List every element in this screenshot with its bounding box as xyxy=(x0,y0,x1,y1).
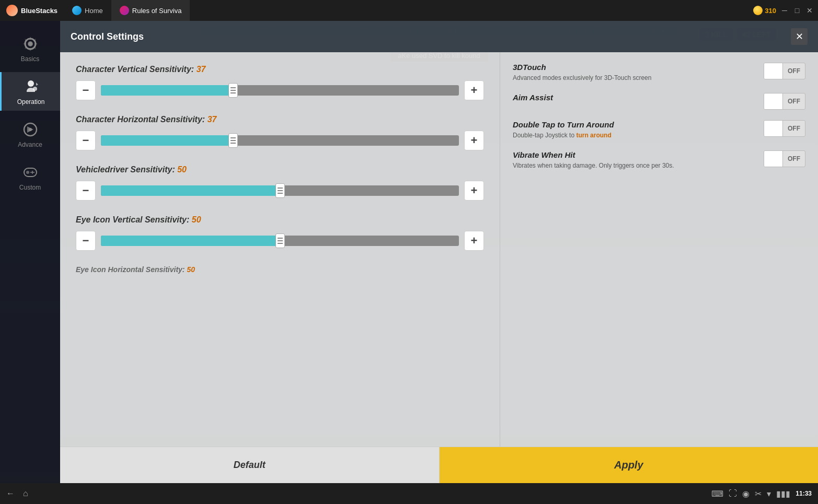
thumb-line xyxy=(278,190,283,191)
slider-increase-char-horizontal[interactable]: + xyxy=(464,131,484,150)
slider-increase-vehicle[interactable]: + xyxy=(464,181,484,201)
game-tab-icon xyxy=(120,6,129,15)
thumb-line xyxy=(231,87,236,88)
slider-track-vehicle[interactable] xyxy=(101,185,459,196)
tab-game[interactable]: Rules of Surviva xyxy=(111,0,190,21)
slider-track-eye-vertical[interactable] xyxy=(101,236,459,246)
time-display: 11:33 xyxy=(796,490,812,497)
tab-home[interactable]: Home xyxy=(64,0,111,21)
slider-controls-eye-vertical: − + xyxy=(76,231,484,251)
slider-thumb-char-vertical[interactable] xyxy=(228,83,238,98)
slider-thumb-char-horizontal[interactable] xyxy=(228,133,238,148)
toggle-switch-3dtouch[interactable]: OFF xyxy=(764,63,805,79)
settings-title: Control Settings xyxy=(71,31,144,42)
slider-decrease-eye-vertical[interactable]: − xyxy=(76,231,96,251)
bottom-right: ⌨ ⛶ ◉ ✂ ▾ ▮▮▮ 11:33 xyxy=(711,489,812,499)
slider-row-char-horizontal: Character Horizontal Sensitivity: 37 − xyxy=(76,115,484,150)
custom-label: Custom xyxy=(19,184,41,191)
toggle-title-3dtouch: 3DTouch xyxy=(513,63,757,72)
sidebar-item-custom[interactable]: Custom xyxy=(0,158,60,196)
slider-label-partial: Eye Icon Horizontal Sensitivity: 50 xyxy=(76,265,484,274)
slider-thumb-lines xyxy=(278,187,283,194)
slider-value-eye-vertical: 50 xyxy=(192,215,201,224)
slider-label-vehicle: Vehicledriver Sensitivity: 50 xyxy=(76,165,484,174)
operation-label: Operation xyxy=(17,98,45,106)
bluestacks-name: BlueStacks xyxy=(21,7,57,15)
thumb-line xyxy=(231,92,236,93)
slider-controls-char-vertical: − + xyxy=(76,80,484,100)
svg-rect-10 xyxy=(30,172,34,173)
sidebar-item-operation[interactable]: Operation xyxy=(0,72,60,111)
toggle-title-aim-assist: Aim Assist xyxy=(513,93,757,102)
slider-decrease-char-vertical[interactable]: − xyxy=(76,80,96,100)
default-button[interactable]: Default xyxy=(60,447,440,483)
thumb-line xyxy=(231,143,236,144)
settings-panel: Control Settings ✕ Character Vertical Se… xyxy=(60,21,818,483)
fullscreen-icon[interactable]: ⛶ xyxy=(729,489,737,498)
keyboard-icon[interactable]: ⌨ xyxy=(711,489,723,499)
slider-fill-char-horizontal xyxy=(101,135,233,146)
slider-row-char-vertical: Character Vertical Sensitivity: 37 − xyxy=(76,65,484,100)
slider-fill-eye-vertical xyxy=(101,236,280,246)
toggle-off-label-3dtouch: OFF xyxy=(783,67,805,75)
settings-close-button[interactable]: ✕ xyxy=(791,28,808,45)
slider-track-char-horizontal[interactable] xyxy=(101,135,459,146)
coin-count: 310 xyxy=(765,7,776,15)
bottom-left: ← ⌂ xyxy=(6,489,28,498)
slider-track-char-vertical[interactable] xyxy=(101,85,459,96)
slider-fill-char-vertical xyxy=(101,85,233,96)
basics-icon xyxy=(21,34,40,53)
sidebar-item-basics[interactable]: Basics xyxy=(0,29,60,68)
toggle-info-aim-assist: Aim Assist xyxy=(513,93,757,104)
thumb-line xyxy=(231,140,236,141)
advance-label: Advance xyxy=(18,141,42,148)
slider-increase-eye-vertical[interactable]: + xyxy=(464,231,484,251)
slider-thumb-lines xyxy=(231,87,236,93)
slider-increase-char-vertical[interactable]: + xyxy=(464,80,484,100)
slider-thumb-eye-vertical[interactable] xyxy=(275,233,285,248)
slider-value-char-horizontal: 37 xyxy=(208,115,217,124)
thumb-line xyxy=(278,193,283,194)
battery-icon: ▮▮▮ xyxy=(776,489,790,499)
location-icon[interactable]: ◉ xyxy=(742,489,750,499)
toggle-desc-double-tap: Double-tap Joystick to turn around xyxy=(513,131,757,140)
apply-button[interactable]: Apply xyxy=(440,447,819,483)
toggle-switch-double-tap[interactable]: OFF xyxy=(764,120,805,137)
bottom-bar: ← ⌂ ⌨ ⛶ ◉ ✂ ▾ ▮▮▮ 11:33 xyxy=(0,483,818,504)
highlight-turn-around: turn around xyxy=(576,132,611,139)
minimize-button[interactable]: ─ xyxy=(780,6,789,15)
maximize-button[interactable]: □ xyxy=(793,6,801,15)
slider-decrease-vehicle[interactable]: − xyxy=(76,181,96,201)
toggle-off-label-double-tap: OFF xyxy=(783,125,805,132)
coin-display: 310 xyxy=(753,6,776,15)
slider-decrease-char-horizontal[interactable]: − xyxy=(76,131,96,150)
svg-point-3 xyxy=(28,80,34,87)
wifi-icon: ▾ xyxy=(767,489,771,499)
toggles-panel: 3DTouch Advanced modes exclusively for 3… xyxy=(500,52,818,447)
custom-icon xyxy=(21,163,40,182)
sidebar-item-advance[interactable]: Advance xyxy=(0,115,60,154)
toggle-title-double-tap: Double Tap to Turn Around xyxy=(513,120,757,129)
close-button[interactable]: ✕ xyxy=(805,6,814,15)
scissors-icon[interactable]: ✂ xyxy=(755,489,762,499)
home-icon[interactable]: ⌂ xyxy=(23,489,28,498)
toggle-switch-vibrate[interactable]: OFF xyxy=(764,150,805,167)
toggle-switch-aim-assist[interactable]: OFF xyxy=(764,93,805,110)
settings-overlay: Control Settings ✕ Character Vertical Se… xyxy=(60,21,818,483)
thumb-line xyxy=(278,238,283,239)
settings-content: Character Vertical Sensitivity: 37 − xyxy=(60,52,818,447)
toggle-row-aim-assist: Aim Assist OFF xyxy=(513,93,805,110)
slider-thumb-vehicle[interactable] xyxy=(275,183,285,198)
toggle-row-vibrate: Vibrate When Hit Vibrates when taking da… xyxy=(513,150,805,170)
toggle-info-vibrate: Vibrate When Hit Vibrates when taking da… xyxy=(513,150,757,170)
slider-controls-vehicle: − + xyxy=(76,181,484,201)
back-icon[interactable]: ← xyxy=(6,489,15,498)
slider-row-eye-vertical: Eye Icon Vertical Sensitivity: 50 − xyxy=(76,215,484,251)
slider-value-char-vertical: 37 xyxy=(197,65,206,74)
svg-point-8 xyxy=(26,171,29,174)
top-bar-right: 310 ─ □ ✕ xyxy=(753,6,818,15)
thumb-line xyxy=(278,243,283,244)
thumb-line xyxy=(278,187,283,189)
slider-thumb-lines xyxy=(278,238,283,244)
slider-label-char-vertical: Character Vertical Sensitivity: 37 xyxy=(76,65,484,74)
